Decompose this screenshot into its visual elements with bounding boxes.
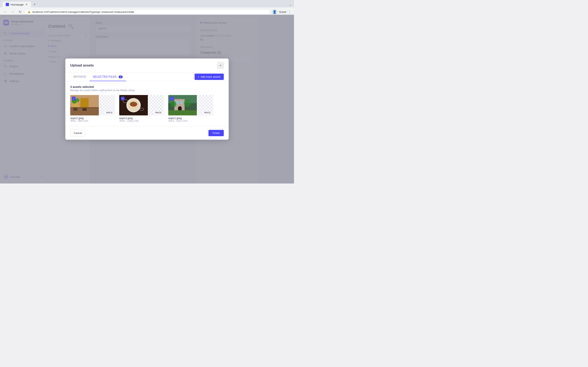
lock-icon: 🔒 xyxy=(27,10,31,13)
svg-rect-3 xyxy=(80,98,89,108)
asset-name-1: aspic3.jpeg xyxy=(119,117,164,120)
asset-meta-0: JPEG - 980×1470 xyxy=(70,120,115,122)
svg-rect-26 xyxy=(168,110,197,115)
assets-count: 3 assets selected xyxy=(70,85,224,89)
profile-button[interactable]: 👤 xyxy=(272,9,277,15)
add-more-assets-label: Add more assets xyxy=(200,75,221,78)
upload-assets-modal: Upload assets × BROWSE SELECTED FILES 3 … xyxy=(65,58,229,140)
asset-badge-1: IMAGE xyxy=(154,111,163,114)
svg-rect-23 xyxy=(180,101,182,104)
asset-card-1: ✓ xyxy=(119,95,164,122)
tab-browse[interactable]: BROWSE xyxy=(70,73,89,81)
asset-name-0: aspic2.jpeg xyxy=(70,117,115,120)
modal-tabs-left: BROWSE SELECTED FILES 3 xyxy=(70,73,126,81)
tab-menu-button[interactable]: ⌄ xyxy=(289,3,292,6)
asset-image-container-0: IMAGE xyxy=(70,95,115,115)
asset-meta-2: JPEG - 1031×1373 xyxy=(168,120,213,122)
svg-rect-22 xyxy=(176,101,178,104)
browser-menu-button[interactable]: ⋮ xyxy=(288,9,292,14)
asset-info-0: aspic2.jpeg JPEG - 980×1470 xyxy=(70,117,115,122)
modal-tabs-bar: BROWSE SELECTED FILES 3 + Add more asset… xyxy=(65,73,229,81)
svg-point-12 xyxy=(130,102,137,107)
tab-close-button[interactable]: ✕ xyxy=(25,3,28,6)
svg-point-5 xyxy=(75,98,79,102)
cancel-button[interactable]: Cancel xyxy=(70,130,85,136)
modal-footer: Cancel Finish xyxy=(65,126,229,140)
assets-grid: ✓ xyxy=(70,95,224,122)
tab-title: Homepage xyxy=(11,3,24,6)
svg-point-14 xyxy=(134,104,135,106)
asset-checkbox-2[interactable]: ✓ xyxy=(170,97,173,100)
tab-selected-files[interactable]: SELECTED FILES 3 xyxy=(89,73,126,81)
asset-image-container-1: IMAGE xyxy=(119,95,164,115)
profile-label: Guest xyxy=(279,10,286,13)
modal-header: Upload assets × xyxy=(65,58,229,73)
new-tab-button[interactable]: + xyxy=(32,2,38,7)
modal-close-button[interactable]: × xyxy=(217,62,224,69)
asset-image-container-2: IMAGE xyxy=(168,95,213,115)
plus-icon: + xyxy=(198,75,199,78)
asset-badge-2: IMAGE xyxy=(203,111,212,114)
assets-info: 3 assets selected Manage the assets befo… xyxy=(70,85,224,92)
asset-info-1: aspic3.jpeg JPEG - 1160×1740 xyxy=(119,117,164,122)
asset-card-2: ✓ xyxy=(168,95,213,122)
reload-button[interactable]: ↻ xyxy=(17,9,23,15)
svg-point-24 xyxy=(170,101,176,107)
tab-favicon xyxy=(6,3,9,6)
tab-bar: Homepage ✕ + ⌄ xyxy=(0,0,294,7)
finish-button[interactable]: Finish xyxy=(208,130,224,136)
back-button[interactable]: ← xyxy=(2,9,8,15)
asset-badge-0: IMAGE xyxy=(105,111,114,114)
asset-name-2: aspic1.jpeg xyxy=(168,117,213,120)
svg-rect-7 xyxy=(73,108,77,111)
add-more-assets-button[interactable]: + Add more assets xyxy=(195,74,224,80)
tab-selected-label: SELECTED FILES xyxy=(93,75,117,78)
asset-meta-1: JPEG - 1160×1740 xyxy=(119,120,164,122)
check-icon-2: ✓ xyxy=(171,97,173,100)
svg-point-13 xyxy=(131,103,134,105)
asset-card-0: ✓ xyxy=(70,95,115,122)
modal-body: 3 assets selected Manage the assets befo… xyxy=(65,81,229,126)
address-bar[interactable]: 🔒 localhost:1337/admin/content-manager/c… xyxy=(25,9,270,15)
url-text: localhost:1337/admin/content-manager/col… xyxy=(32,10,267,13)
modal-title: Upload assets xyxy=(70,63,94,67)
assets-sub: Manage the assets before adding them to … xyxy=(70,89,224,92)
svg-point-25 xyxy=(184,100,191,107)
asset-checkbox-1[interactable]: ✓ xyxy=(121,97,125,100)
browser-chrome: Homepage ✕ + ⌄ ← → ↻ 🔒 localhost:1337/ad… xyxy=(0,0,294,17)
asset-info-2: aspic1.jpeg JPEG - 1031×1373 xyxy=(168,117,213,122)
tab-selected-count-badge: 3 xyxy=(119,75,123,78)
asset-checkbox-0[interactable]: ✓ xyxy=(72,97,76,100)
check-icon-0: ✓ xyxy=(73,97,75,100)
svg-rect-8 xyxy=(82,108,86,111)
modal-backdrop: Upload assets × BROWSE SELECTED FILES 3 … xyxy=(0,15,294,184)
active-tab[interactable]: Homepage ✕ xyxy=(2,2,31,7)
check-icon-1: ✓ xyxy=(122,97,124,100)
forward-button[interactable]: → xyxy=(10,9,16,15)
